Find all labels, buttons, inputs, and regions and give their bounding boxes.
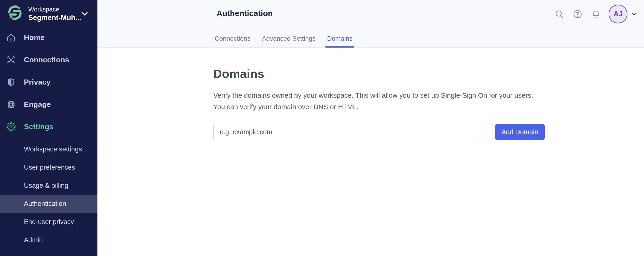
page-header: Authentication Connections Advanced Sett… xyxy=(98,0,644,48)
home-icon xyxy=(6,33,16,42)
shield-icon xyxy=(6,78,16,87)
connections-icon xyxy=(6,56,16,64)
tab-bar: Connections Advanced Settings Domains xyxy=(214,30,353,47)
avatar[interactable]: AJ xyxy=(608,4,628,24)
header-actions: AJ xyxy=(546,4,638,24)
sidebar-item-connections[interactable]: Connections xyxy=(0,49,98,71)
sidebar-item-privacy[interactable]: Privacy xyxy=(0,71,98,93)
help-icon[interactable] xyxy=(573,9,582,19)
sidebar-subitem-label: User preferences xyxy=(24,164,75,171)
sidebar-item-label: Engage xyxy=(24,100,51,109)
sidebar-item-label: Settings xyxy=(24,122,54,131)
bell-icon[interactable] xyxy=(591,9,601,19)
tab-connections[interactable]: Connections xyxy=(214,30,251,47)
sidebar-subitem-label: Workspace settings xyxy=(24,146,82,153)
tab-label: Advanced Settings xyxy=(262,35,316,42)
domains-section: Domains Verify the domains owned by your… xyxy=(98,48,644,140)
sidebar-nav: Home Connections xyxy=(0,26,98,138)
sidebar-subitem-label: Authentication xyxy=(24,200,66,208)
workspace-chevron-down-icon[interactable] xyxy=(81,10,89,19)
section-description: Verify the domains owned by your workspa… xyxy=(213,90,535,112)
sidebar-item-engage[interactable]: Engage xyxy=(0,93,98,116)
sidebar-item-home[interactable]: Home xyxy=(0,26,98,49)
account-chevron-down-icon[interactable] xyxy=(631,10,638,18)
segment-logo-icon xyxy=(7,4,23,21)
gear-icon xyxy=(6,122,16,132)
add-domain-button[interactable]: Add Domain xyxy=(495,124,545,140)
domain-input[interactable] xyxy=(213,124,492,140)
tab-domains[interactable]: Domains xyxy=(326,30,353,47)
main-area: Authentication Connections Advanced Sett… xyxy=(98,0,644,256)
sidebar-subitem-workspace-settings[interactable]: Workspace settings xyxy=(0,140,98,158)
search-icon[interactable] xyxy=(554,9,564,19)
app-window: Workspace Segment-Muh... Home xyxy=(0,0,644,256)
sidebar-item-label: Home xyxy=(24,33,44,42)
sidebar-subitem-admin[interactable]: Admin xyxy=(0,231,98,249)
sidebar-item-label: Connections xyxy=(24,56,69,64)
add-domain-form: Add Domain xyxy=(213,124,644,140)
sidebar: Workspace Segment-Muh... Home xyxy=(0,0,98,256)
page-title: Authentication xyxy=(216,9,273,18)
engage-icon xyxy=(6,100,16,109)
sidebar-subitem-label: Usage & billing xyxy=(24,182,68,189)
sidebar-subitem-user-preferences[interactable]: User preferences xyxy=(0,158,98,176)
tab-advanced-settings[interactable]: Advanced Settings xyxy=(262,30,316,47)
sidebar-item-label: Privacy xyxy=(24,78,50,86)
section-heading: Domains xyxy=(213,67,644,81)
workspace-switcher[interactable]: Workspace Segment-Muh... xyxy=(0,0,98,26)
sidebar-subitem-label: Admin xyxy=(24,236,43,244)
avatar-initials: AJ xyxy=(614,10,623,18)
sidebar-subitem-label: End-user privacy xyxy=(24,218,74,226)
settings-subnav: Workspace settings User preferences Usag… xyxy=(0,140,98,249)
sidebar-subitem-usage-billing[interactable]: Usage & billing xyxy=(0,176,98,195)
tab-label: Domains xyxy=(327,35,352,42)
tab-label: Connections xyxy=(215,35,250,42)
sidebar-subitem-authentication[interactable]: Authentication xyxy=(0,195,98,213)
sidebar-subitem-end-user-privacy[interactable]: End-user privacy xyxy=(0,213,98,231)
sidebar-item-settings[interactable]: Settings xyxy=(0,116,98,138)
